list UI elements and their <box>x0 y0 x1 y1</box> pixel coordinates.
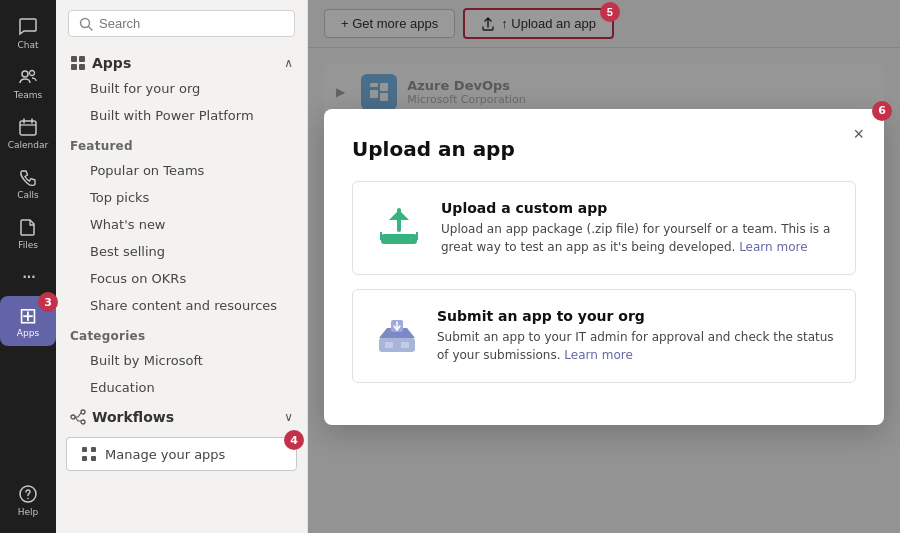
sidebar-item-help[interactable]: Help <box>13 475 43 525</box>
help-label: Help <box>18 507 39 517</box>
manage-apps-bar[interactable]: 4 Manage your apps <box>66 437 297 471</box>
submit-app-icon <box>373 308 421 360</box>
annotation-6: 6 <box>872 101 892 121</box>
svg-rect-24 <box>381 234 417 244</box>
calendar-label: Calendar <box>8 140 48 150</box>
sidebar-item-teams[interactable]: Teams <box>0 58 56 108</box>
nav-item-popular[interactable]: Popular on Teams <box>62 157 301 184</box>
submit-app-desc: Submit an app to your IT admin for appro… <box>437 328 835 364</box>
upload-custom-title: Upload a custom app <box>441 200 835 216</box>
upload-app-modal: 6 Upload an app × <box>324 109 884 425</box>
apps-chevron-icon: ∧ <box>284 56 293 70</box>
teams-label: Teams <box>14 90 42 100</box>
calls-label: Calls <box>17 190 39 200</box>
sidebar-item-files[interactable]: Files <box>0 208 56 258</box>
nav-item-whats-new[interactable]: What's new <box>62 211 301 238</box>
nav-item-education[interactable]: Education <box>62 374 301 401</box>
featured-label: Featured <box>56 129 307 157</box>
submit-app-title: Submit an app to your org <box>437 308 835 324</box>
svg-point-10 <box>71 415 75 419</box>
modal-title: Upload an app <box>352 137 856 161</box>
search-input[interactable] <box>99 16 284 31</box>
nav-item-best-selling[interactable]: Best selling <box>62 238 301 265</box>
teams-icon <box>17 66 39 88</box>
sidebar-item-chat[interactable]: Chat <box>0 8 56 58</box>
help-icon <box>17 483 39 505</box>
submit-icon-svg <box>373 310 421 358</box>
nav-item-built-for-org[interactable]: Built for your org <box>62 75 301 102</box>
svg-rect-9 <box>79 64 85 70</box>
annotation-4: 4 <box>284 430 304 450</box>
modal-overlay[interactable]: 6 Upload an app × <box>308 0 900 533</box>
nav-panel: Apps ∧ Built for your org Built with Pow… <box>56 0 308 533</box>
svg-rect-14 <box>91 447 96 452</box>
calendar-icon <box>17 116 39 138</box>
workflows-icon <box>70 409 86 425</box>
submit-app-option[interactable]: Submit an app to your org Submit an app … <box>352 289 856 383</box>
upload-custom-app-icon <box>373 200 425 252</box>
apps-section-icon <box>70 55 86 71</box>
sidebar-item-apps[interactable]: 3 ⊞ Apps <box>0 296 56 346</box>
sidebar-item-calls[interactable]: Calls <box>0 158 56 208</box>
search-icon <box>79 17 93 31</box>
svg-rect-8 <box>71 64 77 70</box>
svg-rect-25 <box>379 338 415 352</box>
workflows-label: Workflows <box>92 409 174 425</box>
nav-item-top-picks[interactable]: Top picks <box>62 184 301 211</box>
svg-rect-6 <box>71 56 77 62</box>
annotation-5: 5 <box>600 2 620 22</box>
upload-custom-learn-more[interactable]: Learn more <box>739 240 807 254</box>
manage-apps-icon <box>81 446 97 462</box>
svg-point-0 <box>22 71 28 77</box>
nav-item-built-by-microsoft[interactable]: Built by Microsoft <box>62 347 301 374</box>
svg-rect-16 <box>91 456 96 461</box>
upload-arrow-svg <box>375 202 423 250</box>
apps-section-label: Apps <box>92 55 131 71</box>
svg-rect-27 <box>385 342 393 348</box>
apps-section-header[interactable]: Apps ∧ <box>56 47 307 75</box>
svg-point-11 <box>81 410 85 414</box>
svg-point-1 <box>30 71 35 76</box>
nav-item-share-content[interactable]: Share content and resources <box>62 292 301 319</box>
sidebar-item-calendar[interactable]: Calendar <box>0 108 56 158</box>
nav-item-built-with-power[interactable]: Built with Power Platform <box>62 102 301 129</box>
search-bar[interactable] <box>68 10 295 37</box>
apps-label: Apps <box>17 328 39 338</box>
main-content: + Get more apps 5 ↑ Upload an app ▶ Azur… <box>308 0 900 533</box>
svg-rect-15 <box>82 456 87 461</box>
upload-custom-app-option[interactable]: Upload a custom app Upload an app packag… <box>352 181 856 275</box>
files-label: Files <box>18 240 38 250</box>
svg-rect-28 <box>401 342 409 348</box>
annotation-3: 3 <box>38 292 58 312</box>
workflows-section-header[interactable]: Workflows ∨ <box>56 401 307 429</box>
chat-icon <box>17 16 39 38</box>
files-icon <box>17 216 39 238</box>
svg-point-12 <box>81 420 85 424</box>
svg-rect-7 <box>79 56 85 62</box>
nav-item-focus-okrs[interactable]: Focus on OKRs <box>62 265 301 292</box>
modal-close-button[interactable]: × <box>853 125 864 143</box>
chat-label: Chat <box>17 40 38 50</box>
categories-label: Categories <box>56 319 307 347</box>
svg-rect-2 <box>20 121 36 135</box>
apps-icon: ⊞ <box>17 304 39 326</box>
manage-apps-label: Manage your apps <box>105 447 225 462</box>
submit-app-learn-more[interactable]: Learn more <box>564 348 632 362</box>
workflows-chevron-icon: ∨ <box>284 410 293 424</box>
sidebar: Chat Teams Calendar Calls Files ··· 3 ⊞ … <box>0 0 56 533</box>
svg-point-4 <box>27 498 29 500</box>
more-icon: ··· <box>17 266 39 288</box>
sidebar-item-more[interactable]: ··· <box>0 258 56 296</box>
svg-rect-13 <box>82 447 87 452</box>
calls-icon <box>17 166 39 188</box>
upload-custom-desc: Upload an app package (.zip file) for yo… <box>441 220 835 256</box>
